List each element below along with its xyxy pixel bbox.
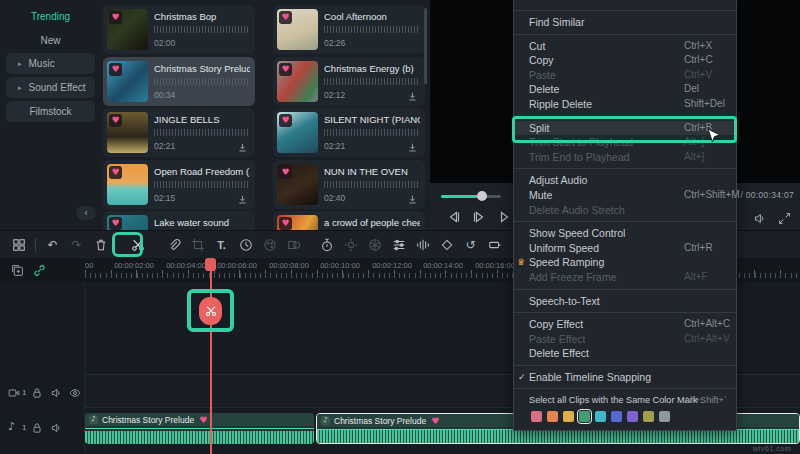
- clip-volume-line[interactable]: [85, 428, 314, 429]
- menu-item-adjust-audio[interactable]: Adjust Audio: [514, 173, 736, 188]
- lock-track-icon[interactable]: [31, 420, 43, 432]
- menu-label: Copy Effect: [529, 318, 583, 330]
- waveform-preview: [324, 129, 418, 136]
- hide-track-icon[interactable]: [69, 385, 81, 397]
- menu-item-show-speed-control[interactable]: Show Speed Control: [514, 226, 736, 241]
- color-palette-icon[interactable]: [262, 237, 277, 252]
- text-tool-icon[interactable]: T.: [214, 237, 229, 252]
- download-icon[interactable]: [237, 191, 248, 202]
- chroma-key-icon[interactable]: [286, 237, 301, 252]
- sidebar-item-sound-effect[interactable]: ▸Sound Effect: [6, 77, 95, 98]
- audio-clip[interactable]: ♪ Christmas Story Prelude ♥: [85, 413, 314, 444]
- denoise-icon[interactable]: [415, 237, 430, 252]
- mute-track-icon[interactable]: [50, 385, 62, 397]
- seek-handle[interactable]: [477, 191, 487, 201]
- menu-item-enable-timeline-snapping[interactable]: ✓Enable Timeline Snapping: [514, 370, 736, 385]
- media-item[interactable]: ♥ NUN IN THE OVEN 02:40: [273, 160, 425, 209]
- previous-frame-button[interactable]: [446, 209, 462, 223]
- link-clips-icon[interactable]: [33, 263, 46, 276]
- redo-icon[interactable]: ↷: [69, 237, 84, 252]
- playhead-line[interactable]: [210, 258, 212, 454]
- collapse-sidebar-button[interactable]: ‹: [76, 206, 96, 220]
- undo-icon[interactable]: ↶: [45, 237, 60, 252]
- delete-icon[interactable]: [93, 237, 108, 252]
- volume-icon[interactable]: [753, 211, 766, 224]
- media-item[interactable]: ♥ Open Road Freedom (... 02:15: [103, 160, 255, 209]
- color-swatch[interactable]: [547, 411, 558, 422]
- play-button[interactable]: [470, 209, 486, 223]
- menu-item-find-similar[interactable]: Find Similar: [514, 15, 736, 30]
- media-duration: 02:21: [154, 141, 175, 151]
- media-item[interactable]: ♥ a crowd of people chee...: [273, 211, 425, 230]
- menu-item-ripple-delete[interactable]: Ripple DeleteShift+Del: [514, 97, 736, 112]
- menu-item-mute[interactable]: MuteCtrl+Shift+M: [514, 188, 736, 203]
- menu-item-select-all-clips-same-color-mark[interactable]: Select all Clips with the Same Color Mar…: [514, 393, 736, 408]
- color-swatch[interactable]: [659, 411, 670, 422]
- highlight-box-scissors-tool: [112, 232, 143, 257]
- next-frame-button[interactable]: [496, 209, 512, 223]
- media-thumbnail: ♥: [107, 112, 148, 153]
- download-icon[interactable]: [237, 139, 248, 150]
- menu-item-copy[interactable]: CopyCtrl+C: [514, 53, 736, 68]
- menu-item-delete-effect[interactable]: Delete Effect: [514, 346, 736, 361]
- media-item[interactable]: ♥ Lake water sound: [103, 211, 255, 230]
- menu-item-delete[interactable]: DeleteDel: [514, 82, 736, 97]
- attachment-icon[interactable]: [166, 237, 181, 252]
- menu-item-speed-ramping[interactable]: ♛Speed Ramping: [514, 255, 736, 270]
- crop-icon[interactable]: [190, 237, 205, 252]
- download-icon[interactable]: [407, 88, 418, 99]
- adjust-icon[interactable]: [391, 237, 406, 252]
- mute-track-icon[interactable]: [50, 420, 62, 432]
- media-title: Lake water sound: [154, 217, 250, 228]
- favorite-heart-icon: ♥: [279, 63, 292, 76]
- media-item[interactable]: ♥ SILENT NIGHT (PIANO ... 02:21: [273, 108, 425, 157]
- ruler-label: 00:00:08:00: [269, 261, 309, 270]
- color-swatch[interactable]: [611, 411, 622, 422]
- media-item-selected[interactable]: ♥ Christmas Story Prelude 00:34: [103, 57, 255, 106]
- media-item[interactable]: ♥ Christmas Bop 02:00: [103, 5, 255, 54]
- menu-shortcut: Ctrl+Alt+V: [684, 332, 730, 347]
- add-media-icon[interactable]: [11, 263, 24, 276]
- stopwatch-icon[interactable]: [319, 237, 334, 252]
- speed-timer-icon[interactable]: [238, 237, 253, 252]
- menu-item-copy-effect[interactable]: Copy EffectCtrl+Alt+C: [514, 317, 736, 332]
- waveform-preview: [324, 78, 418, 85]
- crown-icon: ♛: [517, 255, 525, 270]
- menu-item-speech-to-text[interactable]: Speech-to-Text: [514, 294, 736, 309]
- reset-icon[interactable]: ↺: [463, 237, 478, 252]
- color-swatch[interactable]: [531, 411, 542, 422]
- sidebar-item-music[interactable]: ▸Music: [6, 53, 95, 74]
- color-swatch[interactable]: [563, 411, 574, 422]
- sidebar-item-filmstock[interactable]: Filmstock: [6, 101, 95, 122]
- download-icon[interactable]: [407, 139, 418, 150]
- seek-bar[interactable]: [441, 195, 501, 198]
- color-swatch[interactable]: [643, 411, 654, 422]
- menu-shortcut: Alt+]: [684, 150, 704, 165]
- color-swatch[interactable]: [627, 411, 638, 422]
- video-track-icon: [8, 385, 20, 397]
- sidebar-item-new[interactable]: New: [6, 30, 95, 51]
- menu-item-uniform-speed[interactable]: Uniform SpeedCtrl+R: [514, 241, 736, 256]
- menu-item-add-freeze-frame: Add Freeze FrameAlt+F: [514, 270, 736, 285]
- lock-track-icon[interactable]: [31, 385, 43, 397]
- color-wheel-icon[interactable]: [367, 237, 382, 252]
- color-swatch[interactable]: [595, 411, 606, 422]
- sidebar-item-trending[interactable]: Trending: [6, 6, 95, 27]
- fullscreen-icon[interactable]: [778, 211, 791, 224]
- sidebar-item-label: Filmstock: [29, 106, 71, 117]
- clip-waveform: [317, 430, 799, 443]
- render-preview-icon[interactable]: [487, 237, 502, 252]
- download-icon[interactable]: [407, 191, 418, 202]
- media-item[interactable]: ♥ Christmas Energy (b) 02:12: [273, 57, 425, 106]
- media-thumbnail: ♥: [277, 9, 318, 50]
- color-swatch-selected[interactable]: [579, 411, 590, 422]
- media-item[interactable]: ♥ Cool Afternoon 02:26: [273, 5, 425, 54]
- favorite-heart-icon: ♥: [279, 11, 292, 24]
- menu-item-cut[interactable]: CutCtrl+X: [514, 39, 736, 54]
- keyframe-icon[interactable]: [439, 237, 454, 252]
- playhead-handle[interactable]: [205, 258, 216, 271]
- media-grid-icon[interactable]: [11, 237, 26, 252]
- media-scrollbar[interactable]: [424, 8, 427, 84]
- media-item[interactable]: ♥ JINGLE BELLS 02:21: [103, 108, 255, 157]
- motion-tracking-icon[interactable]: [343, 237, 358, 252]
